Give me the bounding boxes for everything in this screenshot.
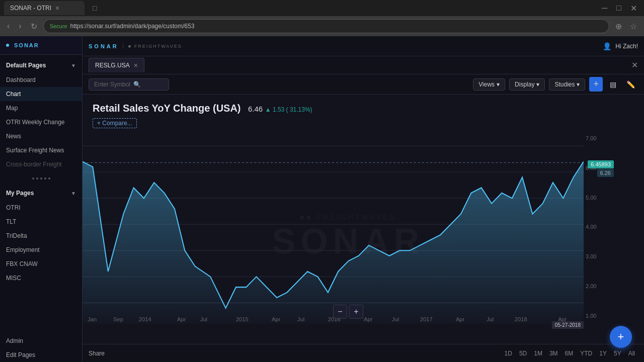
my-pages-label: My Pages (6, 190, 34, 197)
minimize-button[interactable]: ─ (599, 2, 610, 15)
display-button[interactable]: Display ▾ (509, 78, 545, 90)
time-6m[interactable]: 6M (562, 348, 577, 359)
add-series-button[interactable]: + (589, 77, 603, 92)
y-label-400: 4.00 (586, 224, 612, 230)
default-pages-header[interactable]: Default Pages ▼ (0, 58, 82, 73)
sidebar-item-dashboard[interactable]: Dashboard (0, 73, 82, 87)
logo-dot (6, 44, 9, 47)
brand-area: SONAR ■ FREIGHTWAVES (89, 43, 182, 49)
studies-button[interactable]: Studies ▾ (549, 78, 585, 90)
time-5y[interactable]: 5Y (611, 348, 624, 359)
chart-tab-close-icon[interactable]: × (134, 61, 138, 69)
time-3m[interactable]: 3M (546, 348, 561, 359)
bookmark-icon[interactable]: ☆ (627, 20, 640, 33)
date-badge: 05-27-2018 (552, 321, 584, 329)
my-pages-chevron: ▼ (71, 191, 76, 196)
secure-indicator: Secure (50, 23, 67, 29)
y-label-100: 1.00 (586, 313, 612, 319)
default-pages-label: Default Pages (6, 62, 46, 69)
url-text: https://sonar.surf/admin/dark/page/custo… (70, 23, 195, 30)
svg-text:2014: 2014 (139, 316, 151, 322)
fab-add-button[interactable]: + (610, 326, 632, 348)
search-icon: 🔍 (133, 81, 141, 88)
sidebar-item-otri-weekly[interactable]: OTRI Weekly Change (0, 115, 82, 129)
time-5d[interactable]: 5D (516, 348, 530, 359)
sidebar-dots-separator (0, 174, 82, 183)
chart-title: Retail Sales YoY Change (USA) (93, 103, 241, 114)
pencil-icon[interactable]: ✏️ (623, 78, 638, 90)
default-pages-section: Default Pages ▼ Dashboard Chart Map OTRI… (0, 55, 82, 174)
user-area: 👤 Hi Zach! (603, 42, 638, 50)
close-all-icon[interactable]: ✕ (631, 60, 638, 70)
sidebar-header: SONAR (0, 36, 82, 55)
svg-text:Jul: Jul (487, 316, 494, 322)
symbol-input[interactable]: Enter Symbol 🔍 (89, 78, 169, 90)
sonar-logo-text: SONAR (14, 42, 39, 48)
svg-text:Apr: Apr (272, 316, 281, 322)
time-1y[interactable]: 1Y (596, 348, 610, 359)
chart-current-value: 6.46 (248, 105, 263, 113)
time-1d[interactable]: 1D (502, 348, 515, 359)
active-tab[interactable]: SONAR - OTRI × (4, 1, 85, 15)
close-window-button[interactable]: ✕ (627, 2, 640, 15)
new-tab-button[interactable]: □ (87, 1, 103, 15)
maximize-button[interactable]: □ (613, 2, 624, 15)
sidebar-item-news[interactable]: News (0, 129, 82, 143)
back-button[interactable]: ‹ (4, 20, 13, 33)
address-bar[interactable]: Secure https://sonar.surf/admin/dark/pag… (43, 19, 609, 33)
sidebar-item-admin[interactable]: Admin (0, 334, 82, 348)
chart-wrapper: Retail Sales YoY Change (USA) 6.46 ▲ 1.5… (83, 95, 644, 362)
sidebar-item-tridelta[interactable]: TriDelta (0, 229, 82, 243)
display-chevron: ▾ (536, 81, 539, 88)
my-pages-header[interactable]: My Pages ▼ (0, 186, 82, 201)
time-1m[interactable]: 1M (531, 348, 545, 359)
share-button[interactable]: Share (89, 350, 105, 357)
svg-text:Jul: Jul (200, 316, 207, 322)
browser-nav-icons: ⊕ ☆ (612, 20, 640, 33)
price-badge-main: 6.45893 (588, 160, 614, 168)
tab-close-icon[interactable]: × (55, 4, 59, 12)
svg-text:Sep: Sep (113, 316, 123, 322)
sidebar-item-misc[interactable]: MISC (0, 271, 82, 285)
app-container: SONAR Default Pages ▼ Dashboard Chart Ma… (0, 36, 644, 362)
sidebar-item-otri[interactable]: OTRI (0, 201, 82, 215)
browser-tabs: SONAR - OTRI × □ ─ □ ✕ (0, 0, 644, 16)
svg-text:2015: 2015 (236, 316, 249, 322)
y-label-300: 3.00 (586, 253, 612, 259)
chart-bottom-bar: Share 1D 5D 1M 3M 6M YTD 1Y 5Y All (83, 344, 644, 362)
y-axis-labels: 7.00 6.00 5.00 4.00 3.00 2.00 1.00 (584, 130, 614, 324)
svg-text:Apr: Apr (364, 316, 373, 322)
chart-area: RESLG.USA × ✕ Enter Symbol 🔍 Views ▾ Dis… (83, 56, 644, 362)
sidebar-item-fbx-cnaw[interactable]: FBX CNAW (0, 257, 82, 271)
forward-button[interactable]: › (16, 20, 24, 33)
sidebar-item-chart[interactable]: Chart (0, 87, 82, 101)
sidebar: SONAR Default Pages ▼ Dashboard Chart Ma… (0, 36, 83, 362)
time-all[interactable]: All (625, 348, 638, 359)
sidebar-item-cross-border[interactable]: Cross-border Freight (0, 157, 82, 171)
sidebar-item-tlt[interactable]: TLT (0, 215, 82, 229)
svg-text:Jul: Jul (297, 316, 304, 322)
chart-title-area: Retail Sales YoY Change (USA) 6.46 ▲ 1.5… (93, 103, 312, 114)
views-chevron: ▾ (497, 81, 500, 88)
search-icon[interactable]: ⊕ (612, 20, 625, 33)
sidebar-item-employment[interactable]: Employment (0, 243, 82, 257)
sidebar-item-surface-freight[interactable]: Surface Freight News (0, 143, 82, 157)
studies-chevron: ▾ (577, 81, 580, 88)
user-greeting: Hi Zach! (615, 43, 638, 50)
sidebar-item-edit-pages[interactable]: Edit Pages (0, 348, 82, 362)
sidebar-logo: SONAR (6, 42, 39, 48)
y-label-200: 2.00 (586, 283, 612, 289)
chart-tab-reslg[interactable]: RESLG.USA × (89, 58, 144, 72)
svg-text:Apr: Apr (456, 316, 465, 322)
zoom-in-button[interactable]: + (349, 305, 363, 319)
svg-text:2018: 2018 (515, 316, 527, 322)
chart-tabs-bar: RESLG.USA × ✕ (83, 56, 644, 74)
browser-nav-bar: ‹ › ↻ Secure https://sonar.surf/admin/da… (0, 16, 644, 36)
zoom-out-button[interactable]: − (333, 305, 347, 319)
refresh-button[interactable]: ↻ (28, 20, 40, 33)
chart-type-icon[interactable]: ▤ (607, 78, 619, 90)
compare-button[interactable]: + Compare... (93, 118, 137, 128)
time-ytd[interactable]: YTD (577, 348, 595, 359)
views-button[interactable]: Views ▾ (473, 78, 505, 90)
sidebar-item-map[interactable]: Map (0, 101, 82, 115)
